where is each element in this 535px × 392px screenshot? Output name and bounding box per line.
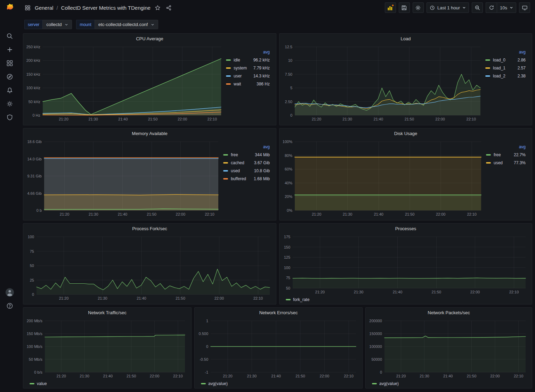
panel-title[interactable]: Network Traffic/sec (23, 308, 191, 318)
star-icon[interactable] (154, 4, 162, 12)
legend-item-free[interactable]: free344 Mib (223, 151, 271, 159)
legend-avg-header[interactable]: avg (486, 143, 527, 151)
breadcrumb-section[interactable]: General (35, 5, 53, 11)
x-axis: 21:2021:3021:4021:5022:0022:10 (312, 212, 477, 216)
svg-text:10: 10 (288, 58, 292, 62)
chart-canvas[interactable]: 507510012515017521:2021:3021:4021:5022:0… (281, 234, 530, 295)
cycle-view-mode-button[interactable] (519, 2, 530, 13)
svg-text:20%: 20% (285, 194, 292, 199)
variable-value-mount[interactable]: etc-collectd-collectd.conf (95, 20, 158, 29)
legend: avgfree344 Mibcached3.67 Gibused10.8 Gib… (223, 139, 275, 217)
legend-avg-value: 7.79 kHz (253, 66, 271, 70)
create-plus-icon[interactable] (4, 45, 15, 54)
legend-item-system[interactable]: system7.79 kHz (226, 64, 271, 72)
breadcrumb-dashboards-icon[interactable] (24, 4, 32, 12)
configuration-gear-icon[interactable] (4, 100, 15, 108)
legend-item-cached[interactable]: cached3.67 Gib (223, 159, 271, 167)
x-axis: 21:2021:3021:4021:5022:0022:10 (312, 117, 476, 121)
series-area-fork-rate (293, 278, 526, 288)
legend-item-user[interactable]: user14.3 kHz (226, 72, 271, 80)
help-icon[interactable] (4, 302, 15, 310)
user-avatar[interactable] (4, 288, 15, 297)
chart-canvas[interactable]: 0 b4.66 Gib9.31 Gib14.0 Gib18.6 Gib21:20… (25, 139, 223, 217)
legend-label: user (234, 74, 242, 78)
chart-canvas[interactable]: 05000010000015000020000021:2021:3021:402… (367, 318, 530, 379)
chart-canvas[interactable]: 02.5057.501012.521:2021:3021:4021:5022:0… (281, 44, 485, 122)
chevron-down-icon (151, 23, 154, 26)
svg-text:150 kHz: 150 kHz (26, 72, 40, 76)
search-icon[interactable] (4, 32, 15, 40)
legend-label: free (494, 152, 501, 157)
panel-title[interactable]: Load (279, 34, 532, 44)
panel-title[interactable]: Process Fork/sec (23, 224, 276, 234)
svg-text:22:10: 22:10 (467, 117, 476, 121)
svg-text:21:20: 21:20 (312, 212, 322, 216)
save-dashboard-button[interactable] (399, 2, 410, 13)
svg-text:-1: -1 (205, 370, 208, 374)
chart-area: 025507510021:2021:3021:4021:5022:0022:10 (25, 234, 275, 301)
series-color-marker (226, 67, 231, 69)
legend-item-idle[interactable]: idle96.2 kHz (226, 56, 271, 64)
legend-avg-header[interactable]: avg (223, 143, 271, 151)
series-color-marker (223, 154, 228, 156)
svg-text:22:00: 22:00 (490, 374, 500, 378)
legend-item-avg-value[interactable]: avg(value) (379, 381, 399, 386)
alerting-bell-icon[interactable] (4, 86, 15, 94)
legend-item-fork-rate[interactable]: fork_rate (293, 297, 309, 302)
panel-body: 507510012515017521:2021:3021:4021:5022:0… (279, 234, 532, 304)
server-admin-shield-icon[interactable] (4, 113, 15, 122)
panel-title[interactable]: Processes (279, 224, 532, 234)
legend-item-wait[interactable]: wait386 Hz (226, 80, 271, 88)
legend-item-load-0[interactable]: load_02.86 (485, 56, 527, 64)
legend-item-avg-value[interactable]: avg(value) (208, 381, 228, 386)
dashboard-settings-button[interactable] (413, 2, 424, 13)
series (293, 278, 526, 288)
svg-text:250 kHz: 250 kHz (26, 45, 40, 49)
series-area-fork-rate (37, 269, 270, 294)
grafana-logo-icon[interactable] (5, 3, 14, 13)
svg-text:9.31 Gib: 9.31 Gib (27, 174, 42, 178)
legend-item-load-1[interactable]: load_12.57 (485, 64, 527, 72)
clock-icon (430, 5, 435, 10)
legend-item-free[interactable]: free22.7% (486, 151, 527, 159)
dashboards-icon[interactable] (4, 59, 15, 67)
chart-canvas[interactable]: 0 b/s50 Mb/s100 Mb/s150 Mb/s200 Mb/s21:2… (25, 318, 190, 379)
y-axis: 5075100125150175 (284, 235, 290, 290)
panel-title[interactable]: CPU Average (23, 34, 276, 44)
dashboard-title[interactable]: CollectD Server Metrics with TDengine (61, 5, 151, 11)
legend-item-buffered[interactable]: buffered1.68 Mib (223, 175, 271, 183)
legend: avgload_02.86load_12.57load_22.38 (485, 44, 530, 122)
panel-memory-available: Memory Available0 b4.66 Gib9.31 Gib14.0 … (23, 128, 276, 220)
panel-title[interactable]: Network Errors/sec (195, 308, 362, 318)
time-range-picker[interactable]: Last 1 hour (427, 2, 469, 13)
legend-item-load-2[interactable]: load_22.38 (485, 72, 527, 80)
legend-label: idle (234, 58, 240, 62)
variable-value-server[interactable]: collectd (42, 20, 72, 29)
legend-item-value[interactable]: value (37, 381, 47, 386)
chart-canvas[interactable]: 0%20%40%60%80%100%21:2021:3021:4021:5022… (281, 139, 486, 217)
chart-canvas[interactable]: 025507510021:2021:3021:4021:5022:0022:10 (25, 234, 275, 301)
explore-compass-icon[interactable] (4, 73, 15, 81)
svg-text:21:30: 21:30 (420, 374, 429, 378)
legend-item-used[interactable]: used77.3% (486, 159, 527, 167)
share-icon[interactable] (165, 4, 173, 12)
chart-canvas[interactable]: 0 Hz50 kHz100 kHz150 kHz200 kHz250 kHz21… (25, 44, 226, 122)
zoom-out-button[interactable] (472, 2, 483, 13)
panel-title[interactable]: Memory Available (23, 128, 276, 139)
panel-title[interactable]: Disk Usage (279, 128, 532, 139)
legend-avg-value: 77.3% (514, 160, 527, 165)
legend-item-used[interactable]: used10.8 Gib (223, 167, 271, 175)
svg-text:100: 100 (28, 235, 34, 239)
svg-text:21:20: 21:20 (59, 117, 68, 121)
legend-avg-header[interactable]: avg (485, 48, 527, 56)
refresh-button[interactable] (486, 2, 497, 13)
add-panel-button[interactable] (385, 2, 396, 13)
refresh-interval-picker[interactable]: 10s (497, 2, 516, 13)
svg-text:22:10: 22:10 (344, 374, 354, 378)
svg-text:21:30: 21:30 (80, 374, 89, 378)
legend-avg-header[interactable]: avg (226, 48, 271, 56)
panel-title[interactable]: Network Packets/sec (366, 308, 532, 318)
panel-disk-usage: Disk Usage0%20%40%60%80%100%21:2021:3021… (279, 128, 532, 220)
chart-canvas[interactable]: -1-0.5000.500121:2021:3021:4021:5022:002… (196, 318, 361, 379)
svg-text:21:50: 21:50 (405, 117, 414, 121)
